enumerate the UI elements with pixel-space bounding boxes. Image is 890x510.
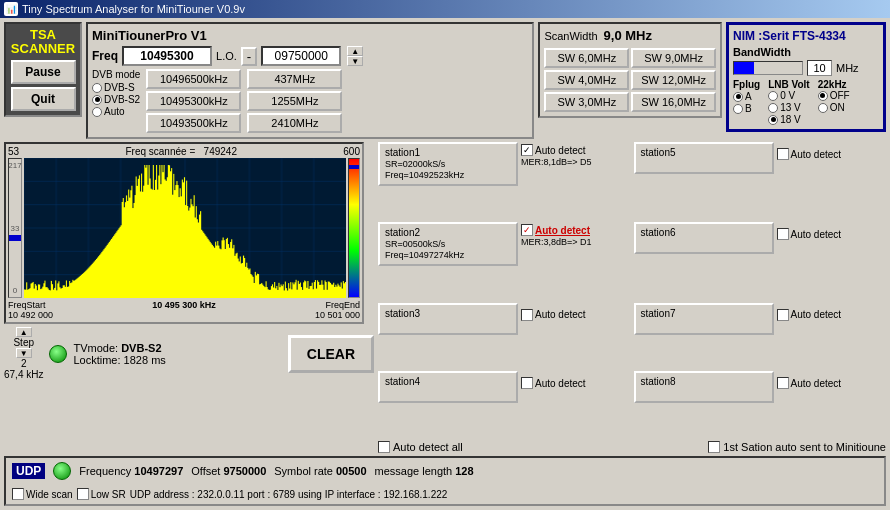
station6-button[interactable]: station6 [634,222,774,254]
dvb-s2-radio[interactable] [92,95,102,105]
dvb-s-option[interactable]: DVB-S [92,82,140,93]
fplug-b-label: B [745,103,752,114]
lnb-18v-radio[interactable] [768,115,778,125]
freq-btn-10495300[interactable]: 10495300kHz [146,91,241,111]
station4-checkbox[interactable] [521,377,533,389]
auto-detect-all-checkbox[interactable] [378,441,390,453]
fplug-b-row[interactable]: B [733,103,760,114]
station7-button[interactable]: station7 [634,303,774,335]
station5-auto: Auto detect [777,142,842,160]
lo-minus-button[interactable]: - [241,47,257,66]
freq-start-value: 10 492 000 [8,310,53,320]
sw-4mhz-button[interactable]: SW 4,0MHz [544,70,629,90]
freq-input[interactable] [122,46,212,66]
freq-btn-437[interactable]: 437MHz [247,69,342,89]
station1-auto: Auto detect MER:8,1dB=> D5 [521,142,592,167]
auto-sent-checkbox[interactable] [708,441,720,453]
22khz-off-radio[interactable] [818,91,828,101]
spectrum-container: 53 Freq scannée = 749242 600 217 33 [4,142,364,324]
pause-button[interactable]: Pause [11,60,76,84]
station8-checkbox[interactable] [777,377,789,389]
lo-input[interactable] [261,46,341,66]
station8-auto-label: Auto detect [791,378,842,389]
lnb-13v-radio[interactable] [768,103,778,113]
level-217: 217 [8,161,21,170]
freq-end-value: 10 501 000 [315,310,360,320]
freq-btn-10496500[interactable]: 10496500kHz [146,69,241,89]
udp-indicator [53,462,71,480]
dvb-auto-option[interactable]: Auto [92,106,140,117]
middle-section: 53 Freq scannée = 749242 600 217 33 [4,142,886,453]
station2-mer: MER:3,8dB=> D1 [521,237,592,247]
station5-button[interactable]: station5 [634,142,774,174]
station7-checkbox[interactable] [777,309,789,321]
sw-9mhz-button[interactable]: SW 9,0MHz [631,48,716,68]
dvb-s-radio[interactable] [92,83,102,93]
auto-detect-all-label: Auto detect all [393,441,463,453]
fplug-a-radio[interactable] [733,92,743,102]
tvmode-value: DVB-S2 [121,342,161,354]
fplug-b-radio[interactable] [733,104,743,114]
station8-group: station8 Auto detect [634,371,887,437]
lnb-0v-option[interactable]: 0 V [768,90,809,101]
sw-6mhz-button[interactable]: SW 6,0MHz [544,48,629,68]
sw-12mhz-button[interactable]: SW 12,0MHz [631,70,716,90]
wide-scan-checkbox[interactable] [12,488,24,500]
stations-bottom-row: Auto detect all 1st Sation auto sent to … [378,441,886,453]
bandwidth-slider[interactable] [733,61,803,75]
freq-btn-10493500[interactable]: 10493500kHz [146,113,241,133]
22khz-on-radio[interactable] [818,103,828,113]
clear-button[interactable]: CLEAR [288,335,374,373]
freq-center-value: 10 495 300 kHz [152,300,216,320]
dvb-s2-option[interactable]: DVB-S2 [92,94,140,105]
udp-address-text: UDP address : 232.0.0.11 port : 6789 usi… [130,489,448,500]
fplug-a-row[interactable]: A [733,91,760,102]
station8-button[interactable]: station8 [634,371,774,403]
22khz-off-option[interactable]: OFF [818,90,850,101]
station1-button[interactable]: station1 SR=02000kS/sFreq=10492523kHz [378,142,518,186]
sw-16mhz-button[interactable]: SW 16,0MHz [631,92,716,112]
station2-button[interactable]: station2 SR=00500kS/sFreq=10497274kHz [378,222,518,266]
step-up-button[interactable]: ▲ [16,327,32,337]
sw-3mhz-button[interactable]: SW 3,0MHz [544,92,629,112]
bandwidth-value[interactable] [807,60,832,76]
dvb-auto-radio[interactable] [92,107,102,117]
station5-name: station5 [641,147,767,159]
22khz-off-label: OFF [830,90,850,101]
lnb-18v-option[interactable]: 18 V [768,114,809,125]
message-length-field: message length 128 [375,465,474,477]
step-value: 2 [21,358,27,369]
22khz-on-option[interactable]: ON [818,102,850,113]
station4-button[interactable]: station4 [378,371,518,403]
frequency-field: Frequency 10497297 [79,465,183,477]
low-sr-checkbox[interactable] [77,488,89,500]
freq-btn-1255[interactable]: 1255MHz [247,91,342,111]
freq-up-button[interactable]: ▲ [347,46,363,56]
dvb-auto-label: Auto [104,106,125,117]
step-khz: 67,4 kHz [4,369,43,380]
station5-row: station5 Auto detect [634,142,887,174]
station8-auto: Auto detect [777,371,842,389]
lnb-13v-option[interactable]: 13 V [768,102,809,113]
22khz-section: 22kHz OFF ON [818,79,850,125]
quit-button[interactable]: Quit [11,87,76,111]
station3-checkbox[interactable] [521,309,533,321]
signal-indicator [49,345,67,363]
station5-group: station5 Auto detect [634,142,887,219]
station7-auto-label: Auto detect [791,309,842,320]
bandwidth-row: MHz [733,60,879,76]
frequency-section: MiniTiounerPro V1 Freq L.O. - ▲ ▼ DVB mo… [86,22,534,139]
step-down-button[interactable]: ▼ [16,348,32,358]
station2-checkbox[interactable] [521,224,533,236]
freq-btn-2410[interactable]: 2410MHz [247,113,342,133]
station3-button[interactable]: station3 [378,303,518,335]
level-slider[interactable]: 217 33 0 [8,158,22,298]
freq-down-button[interactable]: ▼ [347,56,363,66]
freq-end-group: FreqEnd 10 501 000 [315,300,360,320]
level-thumb[interactable] [9,235,21,241]
station1-checkbox[interactable] [521,144,533,156]
station5-checkbox[interactable] [777,148,789,160]
station6-checkbox[interactable] [777,228,789,240]
lnb-0v-radio[interactable] [768,91,778,101]
dvb-s2-label: DVB-S2 [104,94,140,105]
